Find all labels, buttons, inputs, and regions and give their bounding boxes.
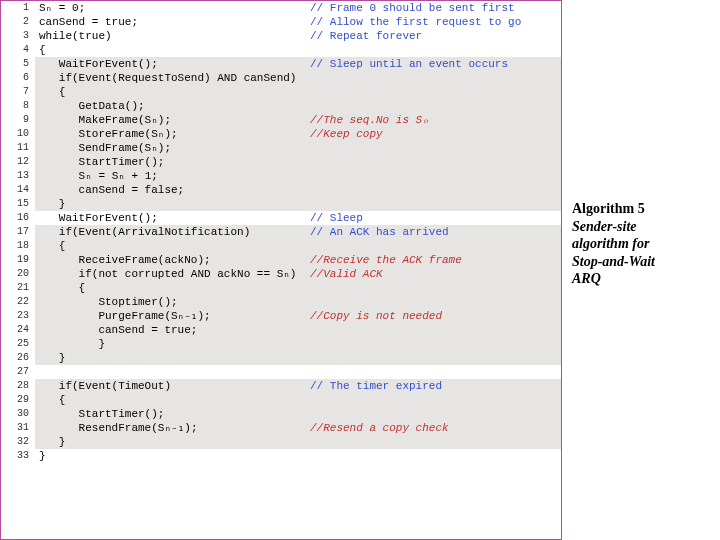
line-number: 5 xyxy=(1,57,35,71)
line-number: 10 xyxy=(1,127,35,141)
code-text: ResendFrame(Sₙ₋₁); xyxy=(39,422,198,434)
code-text: SendFrame(Sₙ); xyxy=(39,142,171,154)
code-cell: { xyxy=(35,239,561,253)
line-number: 17 xyxy=(1,225,35,239)
caption-line-2: algorithm for xyxy=(572,235,702,253)
code-text: StoreFrame(Sₙ); xyxy=(39,128,178,140)
code-text: { xyxy=(39,44,46,56)
line-number: 2 xyxy=(1,15,35,29)
code-cell: Stoptimer(); xyxy=(35,295,561,309)
line-number: 3 xyxy=(1,29,35,43)
code-cell: Sₙ = Sₙ + 1; xyxy=(35,169,561,183)
code-text: canSend = true; xyxy=(39,16,138,28)
code-cell: MakeFrame(Sₙ);//The seq.No is Sₙ xyxy=(35,113,561,127)
code-line: 33} xyxy=(1,449,561,463)
code-text: } xyxy=(39,198,65,210)
code-comment: // Frame 0 should be sent first xyxy=(310,1,515,15)
code-line: 7 { xyxy=(1,85,561,99)
code-cell: StoreFrame(Sₙ);//Keep copy xyxy=(35,127,561,141)
code-text: { xyxy=(39,86,65,98)
line-number: 9 xyxy=(1,113,35,127)
code-cell: { xyxy=(35,85,561,99)
code-line: 17 if(Event(ArrivalNotification)// An AC… xyxy=(1,225,561,239)
code-line: 22 Stoptimer(); xyxy=(1,295,561,309)
code-text: StartTimer(); xyxy=(39,156,164,168)
code-text: PurgeFrame(Sₙ₋₁); xyxy=(39,310,211,322)
code-comment: // Repeat forever xyxy=(310,29,422,43)
code-comment: // Allow the first request to go xyxy=(310,15,521,29)
code-cell: WaitForEvent();// Sleep xyxy=(35,211,561,225)
code-line: 23 PurgeFrame(Sₙ₋₁);//Copy is not needed xyxy=(1,309,561,323)
line-number: 15 xyxy=(1,197,35,211)
code-text: canSend = false; xyxy=(39,184,184,196)
line-number: 16 xyxy=(1,211,35,225)
code-cell: canSend = false; xyxy=(35,183,561,197)
code-line: 3while(true)// Repeat forever xyxy=(1,29,561,43)
code-cell: if(not corrupted AND ackNo == Sₙ)//Valid… xyxy=(35,267,561,281)
code-text: } xyxy=(39,338,105,350)
line-number: 23 xyxy=(1,309,35,323)
code-line: 19 ReceiveFrame(ackNo);//Receive the ACK… xyxy=(1,253,561,267)
code-line: 1Sₙ = 0;// Frame 0 should be sent first xyxy=(1,1,561,15)
code-cell: SendFrame(Sₙ); xyxy=(35,141,561,155)
caption-title-number: 5 xyxy=(638,201,645,216)
code-cell: WaitForEvent();// Sleep until an event o… xyxy=(35,57,561,71)
caption-line-3: Stop-and-Wait xyxy=(572,253,702,271)
line-number: 30 xyxy=(1,407,35,421)
code-cell: GetData(); xyxy=(35,99,561,113)
line-number: 14 xyxy=(1,183,35,197)
code-cell: { xyxy=(35,393,561,407)
code-line: 12 StartTimer(); xyxy=(1,155,561,169)
line-number: 31 xyxy=(1,421,35,435)
line-number: 11 xyxy=(1,141,35,155)
code-line: 30 StartTimer(); xyxy=(1,407,561,421)
code-cell: StartTimer(); xyxy=(35,155,561,169)
code-cell: } xyxy=(35,435,561,449)
code-cell: } xyxy=(35,351,561,365)
code-comment: //Resend a copy check xyxy=(310,421,449,435)
line-number: 24 xyxy=(1,323,35,337)
line-number: 33 xyxy=(1,449,35,463)
line-number: 1 xyxy=(1,1,35,15)
code-text: Stoptimer(); xyxy=(39,296,178,308)
code-comment: //Valid ACK xyxy=(310,267,383,281)
code-cell: PurgeFrame(Sₙ₋₁);//Copy is not needed xyxy=(35,309,561,323)
code-line: 18 { xyxy=(1,239,561,253)
code-line: 8 GetData(); xyxy=(1,99,561,113)
line-number: 7 xyxy=(1,85,35,99)
code-text: { xyxy=(39,282,85,294)
line-number: 12 xyxy=(1,155,35,169)
code-comment: //The seq.No is Sₙ xyxy=(310,113,429,127)
code-listing: 1Sₙ = 0;// Frame 0 should be sent first2… xyxy=(0,0,562,540)
code-text: ReceiveFrame(ackNo); xyxy=(39,254,211,266)
code-line: 6 if(Event(RequestToSend) AND canSend) xyxy=(1,71,561,85)
code-comment: //Receive the ACK frame xyxy=(310,253,462,267)
line-number: 22 xyxy=(1,295,35,309)
code-line: 2canSend = true;// Allow the first reque… xyxy=(1,15,561,29)
code-cell xyxy=(35,365,561,379)
code-comment: //Keep copy xyxy=(310,127,383,141)
code-line: 5 WaitForEvent();// Sleep until an event… xyxy=(1,57,561,71)
code-comment: // The timer expired xyxy=(310,379,442,393)
code-line: 26 } xyxy=(1,351,561,365)
caption-line-4: ARQ xyxy=(572,270,702,288)
line-number: 32 xyxy=(1,435,35,449)
code-comment: // Sleep xyxy=(310,211,363,225)
code-cell: while(true)// Repeat forever xyxy=(35,29,561,43)
code-cell: Sₙ = 0;// Frame 0 should be sent first xyxy=(35,1,561,15)
code-line: 27 xyxy=(1,365,561,379)
line-number: 18 xyxy=(1,239,35,253)
code-cell: ResendFrame(Sₙ₋₁);//Resend a copy check xyxy=(35,421,561,435)
code-cell: { xyxy=(35,43,561,57)
code-cell: if(Event(RequestToSend) AND canSend) xyxy=(35,71,561,85)
code-cell: canSend = true; xyxy=(35,323,561,337)
line-number: 4 xyxy=(1,43,35,57)
code-line: 11 SendFrame(Sₙ); xyxy=(1,141,561,155)
code-cell: } xyxy=(35,449,561,463)
line-number: 8 xyxy=(1,99,35,113)
code-comment: // An ACK has arrived xyxy=(310,225,449,239)
caption: Algorithm 5 Sender-site algorithm for St… xyxy=(562,0,708,540)
code-line: 24 canSend = true; xyxy=(1,323,561,337)
line-number: 19 xyxy=(1,253,35,267)
caption-title-word: Algorithm xyxy=(572,201,634,216)
